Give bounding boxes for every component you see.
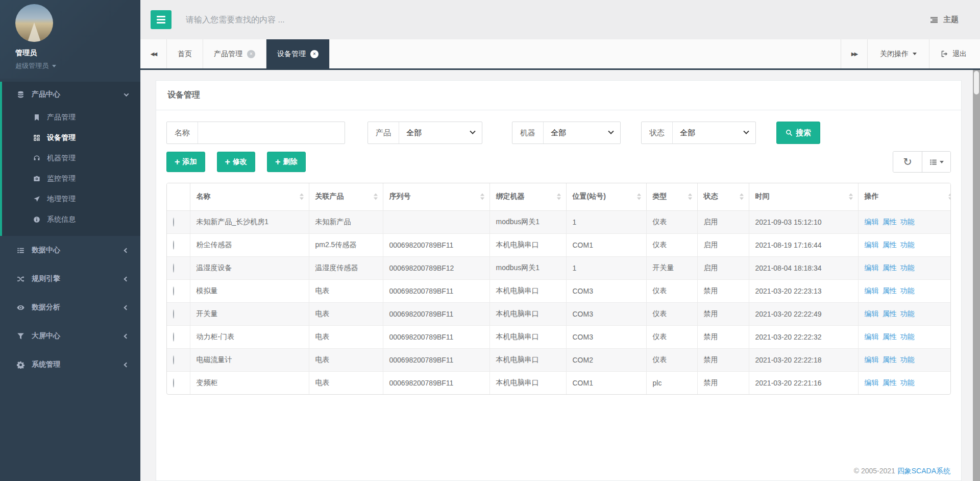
- status-filter-select[interactable]: 全部: [673, 122, 755, 143]
- columns-dropdown-button[interactable]: [922, 152, 950, 172]
- list-icon: [16, 246, 25, 255]
- edit-button[interactable]: 修改: [217, 152, 256, 172]
- column-header[interactable]: 序列号: [383, 183, 489, 210]
- tab-product-management[interactable]: 产品管理×: [203, 39, 266, 68]
- functions-link[interactable]: 功能: [900, 332, 915, 341]
- search-button[interactable]: 搜索: [776, 122, 820, 144]
- logout-button[interactable]: 退出: [929, 39, 980, 68]
- status-cell: 禁用: [697, 371, 749, 394]
- sidebar-item-machine-management[interactable]: 机器管理: [2, 148, 140, 169]
- select-cell: [167, 233, 190, 256]
- delete-button[interactable]: 删除: [267, 152, 306, 172]
- sidebar-item-screen-center[interactable]: 大屏中心: [0, 322, 140, 350]
- functions-link[interactable]: 功能: [900, 218, 915, 226]
- tab-label: 产品管理: [214, 50, 242, 59]
- tab-close-icon[interactable]: ×: [310, 50, 318, 58]
- sidebar-item-data-center[interactable]: 数据中心: [0, 236, 140, 264]
- edit-link[interactable]: 编辑: [865, 355, 879, 364]
- tab-home[interactable]: 首页: [167, 39, 203, 68]
- select-cell: [167, 371, 190, 394]
- row-select-radio[interactable]: [173, 332, 174, 342]
- attributes-link[interactable]: 属性: [883, 355, 897, 364]
- edit-link[interactable]: 编辑: [865, 286, 879, 295]
- name-filter-input[interactable]: [198, 122, 342, 143]
- column-header[interactable]: 绑定机器: [489, 183, 566, 210]
- attributes-link[interactable]: 属性: [883, 263, 897, 272]
- row-select-radio[interactable]: [173, 263, 174, 273]
- attributes-link[interactable]: 属性: [883, 332, 897, 341]
- sort-icon[interactable]: [948, 194, 951, 200]
- row-select-radio[interactable]: [173, 355, 174, 365]
- column-header[interactable]: 位置(站号): [566, 183, 646, 210]
- vertical-scrollbar[interactable]: [973, 70, 980, 481]
- column-header[interactable]: 类型: [646, 183, 697, 210]
- sidebar-item-device-management[interactable]: 设备管理: [2, 128, 140, 148]
- column-header[interactable]: 时间: [749, 183, 858, 210]
- functions-link[interactable]: 功能: [900, 286, 915, 295]
- sidebar-item-product-center[interactable]: 产品中心: [2, 82, 140, 107]
- scrollbar-thumb[interactable]: [974, 71, 979, 94]
- add-button[interactable]: 添加: [166, 152, 205, 172]
- theme-button[interactable]: 主题: [929, 15, 959, 25]
- row-select-radio[interactable]: [173, 240, 174, 250]
- tabs-scroll-left-button[interactable]: ◀◀: [140, 39, 167, 68]
- machine-cell: 本机电脑串口: [489, 348, 566, 371]
- functions-link[interactable]: 功能: [900, 263, 915, 272]
- sidebar-toggle-button[interactable]: [151, 10, 172, 29]
- functions-link[interactable]: 功能: [900, 378, 915, 387]
- product-filter-select[interactable]: 全部: [399, 122, 482, 143]
- sidebar-item-system-info[interactable]: 系统信息: [2, 209, 140, 230]
- column-header[interactable]: 名称: [190, 183, 309, 210]
- tabs-scroll-right-button[interactable]: ▶▶: [841, 39, 867, 68]
- sort-icon[interactable]: [480, 194, 484, 200]
- edit-link[interactable]: 编辑: [865, 332, 879, 341]
- user-role-dropdown[interactable]: 超级管理员: [15, 61, 140, 70]
- sort-icon[interactable]: [374, 194, 378, 200]
- edit-link[interactable]: 编辑: [865, 218, 879, 226]
- sort-icon[interactable]: [688, 194, 692, 200]
- close-operations-dropdown[interactable]: 关闭操作: [867, 39, 929, 68]
- brand-link[interactable]: 四象SCADA系统: [897, 467, 950, 475]
- refresh-button[interactable]: [893, 152, 922, 172]
- app-window: 管理员 超级管理员 产品中心产品管理设备管理机器管理监控管理地理管理系统信息数据…: [0, 0, 980, 481]
- sort-icon[interactable]: [557, 194, 561, 200]
- column-header[interactable]: 关联产品: [309, 183, 383, 210]
- topbar-search-input[interactable]: [186, 15, 451, 25]
- edit-link[interactable]: 编辑: [865, 263, 879, 272]
- type-cell: 仪表: [646, 325, 697, 348]
- attributes-link[interactable]: 属性: [883, 286, 897, 295]
- row-select-radio[interactable]: [173, 286, 174, 296]
- sidebar-item-system-management[interactable]: 系统管理: [0, 350, 140, 379]
- attributes-link[interactable]: 属性: [883, 240, 897, 249]
- sidebar-item-geo-management[interactable]: 地理管理: [2, 189, 140, 209]
- avatar[interactable]: [15, 4, 53, 42]
- edit-link[interactable]: 编辑: [865, 309, 879, 318]
- sort-icon[interactable]: [300, 194, 304, 200]
- sort-icon[interactable]: [740, 194, 744, 200]
- sidebar-item-monitor-management[interactable]: 监控管理: [2, 169, 140, 189]
- time-cell: 2021-03-20 22:22:18: [749, 348, 858, 371]
- headset-icon: [33, 155, 40, 162]
- attributes-link[interactable]: 属性: [883, 309, 897, 318]
- functions-link[interactable]: 功能: [900, 355, 915, 364]
- edit-link[interactable]: 编辑: [865, 240, 879, 249]
- operations-cell: 编辑属性功能: [858, 233, 951, 256]
- row-select-radio[interactable]: [173, 309, 174, 319]
- machine-filter-select[interactable]: 全部: [544, 122, 620, 143]
- sidebar-item-product-management[interactable]: 产品管理: [2, 107, 140, 128]
- sidebar-item-data-analysis[interactable]: 数据分析: [0, 293, 140, 322]
- functions-link[interactable]: 功能: [900, 309, 915, 318]
- attributes-link[interactable]: 属性: [883, 218, 897, 226]
- sidebar-item-rule-engine[interactable]: 规则引擎: [0, 264, 140, 293]
- sort-icon[interactable]: [849, 194, 853, 200]
- functions-link[interactable]: 功能: [900, 240, 915, 249]
- tab-close-icon[interactable]: ×: [247, 50, 255, 58]
- column-header[interactable]: 状态: [697, 183, 749, 210]
- edit-link[interactable]: 编辑: [865, 378, 879, 387]
- sort-icon[interactable]: [637, 194, 641, 200]
- column-header[interactable]: 操作: [858, 183, 951, 210]
- row-select-radio[interactable]: [173, 218, 174, 227]
- tab-device-management[interactable]: 设备管理×: [266, 39, 330, 68]
- row-select-radio[interactable]: [173, 378, 174, 388]
- attributes-link[interactable]: 属性: [883, 378, 897, 387]
